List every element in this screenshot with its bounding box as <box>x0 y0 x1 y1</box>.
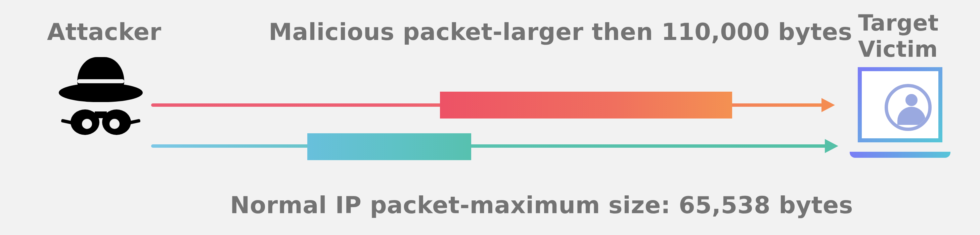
normal-arrow-line <box>151 144 826 148</box>
arrow-right-icon <box>821 98 835 112</box>
normal-packet-bar <box>307 133 471 160</box>
normal-packet-label: Normal IP packet-maximum size: 65,538 by… <box>230 191 853 219</box>
target-label-line2: Victim <box>858 36 938 62</box>
malicious-packet-label: Malicious packet-larger then 110,000 byt… <box>269 18 853 46</box>
target-label-line1: Target <box>858 10 939 36</box>
malicious-packet-bar <box>440 92 732 119</box>
attacker-label: Attacker <box>47 18 162 46</box>
attacker-icon <box>56 57 146 144</box>
arrow-right-icon <box>825 139 838 153</box>
target-laptop-icon <box>850 67 950 158</box>
mask-icon <box>70 108 131 141</box>
user-avatar-icon <box>885 84 932 131</box>
hat-icon <box>59 57 143 108</box>
